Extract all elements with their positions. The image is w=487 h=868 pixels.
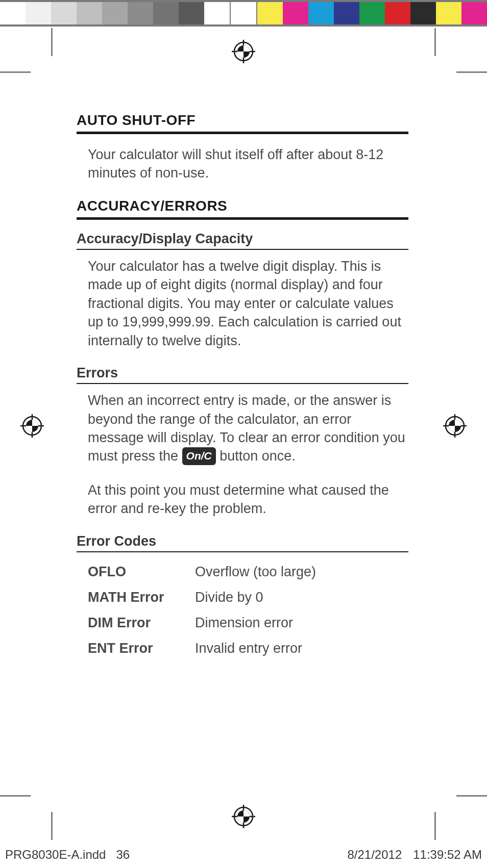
error-code: ENT Error: [88, 636, 195, 661]
error-desc: Invalid entry error: [195, 636, 302, 661]
body-display-capacity: Your calculator has a twelve digit displ…: [77, 257, 408, 350]
error-desc: Dimension error: [195, 610, 293, 636]
subheading-error-codes: Error Codes: [77, 533, 408, 549]
crop-mark: [456, 71, 487, 73]
slug-page: 36: [116, 848, 130, 861]
error-code: MATH Error: [88, 585, 195, 610]
error-desc: Overflow (too large): [195, 559, 316, 585]
error-desc: Divide by 0: [195, 585, 263, 610]
table-row: ENT Error Invalid entry error: [88, 636, 408, 661]
rule: [77, 132, 408, 134]
crop-mark: [434, 28, 436, 56]
heading-auto-shutoff: AUTO SHUT-OFF: [77, 112, 408, 129]
table-row: DIM Error Dimension error: [88, 610, 408, 636]
subheading-errors: Errors: [77, 365, 408, 381]
registration-mark-icon: [443, 414, 467, 438]
page-content: AUTO SHUT-OFF Your calculator will shut …: [77, 112, 408, 661]
heading-accuracy-errors: ACCURACY/ERRORS: [77, 198, 408, 214]
on-c-keycap: On/C: [182, 447, 216, 465]
crop-mark: [51, 812, 53, 840]
error-code: DIM Error: [88, 610, 195, 636]
registration-mark-icon: [232, 40, 255, 63]
slug-time: 11:39:52 AM: [413, 848, 482, 862]
rule: [77, 249, 408, 250]
subheading-display-capacity: Accuracy/Display Capacity: [77, 231, 408, 247]
error-codes-table: OFLO Overflow (too large) MATH Error Div…: [77, 559, 408, 661]
body-errors: When an incorrect entry is made, or the …: [77, 391, 408, 466]
registration-mark-icon: [20, 414, 44, 438]
table-row: MATH Error Divide by 0: [88, 585, 408, 610]
rule: [77, 551, 408, 552]
rule: [77, 383, 408, 384]
crop-mark: [456, 795, 487, 797]
crop-mark: [434, 812, 436, 840]
crop-mark: [51, 28, 53, 56]
table-row: OFLO Overflow (too large): [88, 559, 408, 585]
body-auto-shutoff: Your calculator will shut itself off aft…: [77, 145, 408, 183]
registration-mark-icon: [232, 805, 255, 828]
crop-mark: [0, 71, 31, 73]
rule: [77, 217, 408, 220]
body-errors-2: At this point you must determine what ca…: [77, 481, 408, 518]
error-code: OFLO: [88, 559, 195, 585]
slug-filename: PRG8030E-A.indd: [5, 848, 106, 861]
printer-color-bar: [0, 0, 487, 27]
slug-line: PRG8030E-A.indd 36 8/21/2012 11:39:52 AM: [0, 848, 487, 862]
body-errors-post: button once.: [216, 448, 296, 464]
slug-date: 8/21/2012: [347, 848, 402, 862]
crop-mark: [0, 795, 31, 797]
